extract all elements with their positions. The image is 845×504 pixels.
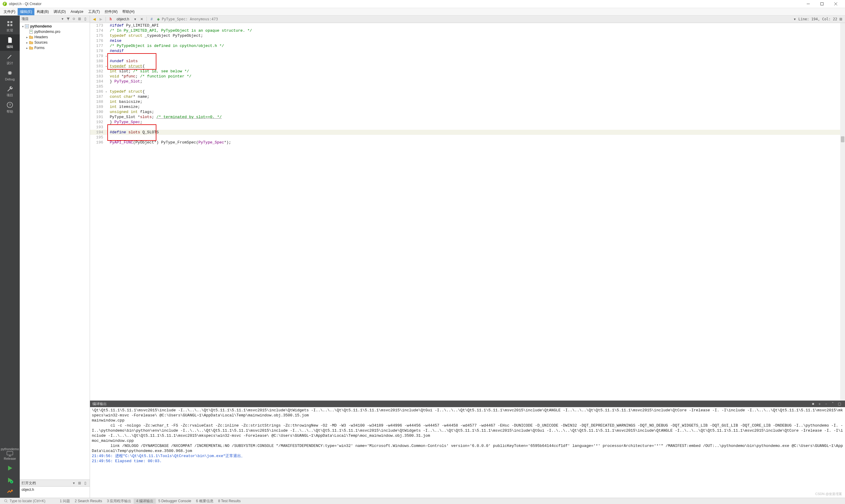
split-icon[interactable]: ▯	[83, 16, 88, 21]
status-output-tab[interactable]: 1 问题	[57, 499, 72, 504]
header-file-icon: h	[108, 16, 114, 22]
mode-欢迎[interactable]: 欢迎	[0, 18, 20, 34]
code-editor[interactable]: 173174175176177178179▾180181▾18218318418…	[90, 23, 845, 400]
code-line[interactable]: const char* name;	[110, 94, 845, 99]
svg-rect-13	[30, 31, 32, 31]
menu-item[interactable]: 文件(F)	[1, 8, 18, 15]
locator[interactable]	[2, 499, 57, 503]
code-line[interactable]: #undef slots	[110, 59, 845, 64]
mode-帮助[interactable]: ?帮助	[0, 99, 20, 116]
output-pane-title: 编译输出	[92, 401, 810, 407]
tree-item[interactable]: ▸Headers	[21, 34, 90, 40]
tree-item[interactable]: pythondemo.pro	[21, 29, 90, 34]
code-line[interactable]: int slot; /* slot id, see below */	[110, 69, 845, 74]
svg-point-15	[4, 500, 7, 502]
code-line[interactable]	[110, 54, 845, 59]
project-pane-title: 项目	[21, 16, 59, 21]
status-output-tab[interactable]: 2 Search Results	[72, 499, 104, 504]
mode-项目[interactable]: 项目	[0, 83, 20, 99]
project-pane-header: 项目 ▾ ⊞ ▯	[20, 16, 90, 22]
window-maximize-button[interactable]	[815, 0, 829, 8]
code-line[interactable]: PyAPI_FUNC(PyObject*) PyType_FromSpec(Py…	[110, 140, 845, 145]
output-expand-icon[interactable]: ▢	[836, 401, 843, 407]
menu-item[interactable]: 编辑(E)	[18, 8, 34, 15]
monitor-icon	[6, 451, 14, 457]
output-minus-icon[interactable]: －	[823, 401, 829, 407]
editor-scrollbar[interactable]	[840, 23, 845, 400]
close-pane-icon[interactable]: ▯	[83, 480, 88, 486]
code-line[interactable]: int itemsize;	[110, 104, 845, 109]
output-add-icon[interactable]: ＋	[816, 401, 823, 407]
mode-编辑[interactable]: 编辑	[0, 34, 20, 51]
menu-item[interactable]: 工具(T)	[86, 8, 102, 15]
code-line[interactable]: #endif	[110, 49, 845, 54]
split-icon[interactable]: ⊞	[77, 480, 82, 486]
locator-input[interactable]	[9, 499, 55, 503]
project-tree[interactable]: ▾pythondemopythondemo.pro▸Headers▸Source…	[20, 22, 90, 480]
close-editor-button[interactable]: ✕	[139, 16, 145, 22]
tree-item[interactable]: ▾pythondemo	[21, 24, 90, 29]
status-output-tab[interactable]: 5 Debugger Console	[156, 499, 194, 504]
menu-item[interactable]: 构建(B)	[34, 8, 51, 15]
mode-设计[interactable]: 设计	[0, 51, 20, 67]
svg-rect-14	[30, 31, 32, 32]
open-file-item[interactable]: object.h	[20, 487, 90, 493]
output-up-icon[interactable]: ˄	[829, 401, 836, 407]
tree-item[interactable]: ▸Sources	[21, 40, 90, 45]
code-line[interactable]	[110, 125, 845, 130]
status-output-tab[interactable]: 6 概要信息	[194, 499, 216, 504]
code-line[interactable]	[110, 135, 845, 140]
window-title: object.h - Qt Creator	[9, 2, 801, 6]
code-line[interactable]: typedef struct _typeobject PyTypeObject;	[110, 33, 845, 38]
output-stop-icon[interactable]: ■	[810, 401, 816, 407]
mode-debug[interactable]: Debug	[0, 67, 20, 83]
code-line[interactable]: #else	[110, 38, 845, 43]
code-line[interactable]: /* PyTypeObject is defined in cpython/ob…	[110, 43, 845, 49]
code-line[interactable]: } PyType_Spec;	[110, 120, 845, 125]
compile-output[interactable]: \Qt\Qt5.11.1\5.11.1\msvc2015\include -I.…	[90, 407, 845, 498]
search-icon	[4, 499, 8, 503]
window-close-button[interactable]	[829, 0, 843, 8]
nav-forward-button[interactable]: ▶	[98, 16, 104, 22]
code-line[interactable]: } PyType_Slot;	[110, 79, 845, 84]
filter-icon[interactable]	[66, 16, 71, 21]
code-line[interactable]: typedef struct{	[110, 64, 845, 69]
status-output-tab[interactable]: 8 Test Results	[216, 499, 243, 504]
build-button[interactable]	[0, 486, 20, 498]
crumb-dropdown-icon[interactable]: ▾	[792, 16, 798, 22]
run-target[interactable]: pythondemo Release	[0, 445, 20, 462]
code-line[interactable]: #ifdef Py_LIMITED_API	[110, 23, 845, 28]
run-target-config: Release	[4, 457, 16, 460]
editor-breadcrumb[interactable]: PyType_Spec: Anonymous:473	[162, 17, 218, 21]
code-line[interactable]: typedef struct{	[110, 89, 845, 94]
symbol-hash-icon: #	[149, 16, 155, 22]
code-line[interactable]	[110, 84, 845, 89]
svg-rect-2	[7, 21, 9, 23]
code-line[interactable]: #define slots Q_SLOTS	[110, 130, 845, 135]
code-line[interactable]: /* In Py_LIMITED_API, PyTypeObject is an…	[110, 28, 845, 33]
split-editor-icon[interactable]: ⊞	[838, 16, 844, 22]
open-files-list[interactable]: object.h	[20, 487, 90, 498]
window-minimize-button[interactable]	[801, 0, 815, 8]
code-line[interactable]: int basicsize;	[110, 99, 845, 104]
run-button[interactable]	[0, 462, 20, 474]
menu-bar: 文件(F)编辑(E)构建(B)调试(D)Analyze工具(T)控件(W)帮助(…	[0, 8, 845, 16]
nav-back-button[interactable]: ◀	[91, 16, 97, 22]
status-output-tab[interactable]: 4 编译输出	[134, 499, 156, 504]
link-icon[interactable]	[71, 16, 76, 21]
add-icon[interactable]: ⊞	[77, 16, 82, 21]
code-line[interactable]: PyType_Slot *slots; /* terminated by slo…	[110, 114, 845, 120]
dropdown-icon[interactable]: ▾	[71, 480, 76, 486]
code-line[interactable]: void *pfunc; /* function pointer */	[110, 74, 845, 79]
menu-item[interactable]: 调试(D)	[51, 8, 68, 15]
menu-item[interactable]: 帮助(H)	[120, 8, 137, 15]
file-dropdown-icon[interactable]: ▾	[132, 16, 138, 22]
dropdown-icon[interactable]: ▾	[60, 16, 65, 21]
editor-file-name[interactable]: object.h	[114, 17, 131, 21]
menu-item[interactable]: Analyze	[68, 8, 86, 15]
menu-item[interactable]: 控件(W)	[102, 8, 120, 15]
code-line[interactable]: unsigned int flags;	[110, 109, 845, 114]
debug-run-button[interactable]	[0, 474, 20, 486]
tree-item[interactable]: ▸Forms	[21, 45, 90, 51]
status-output-tab[interactable]: 3 应用程序输出	[104, 499, 134, 504]
